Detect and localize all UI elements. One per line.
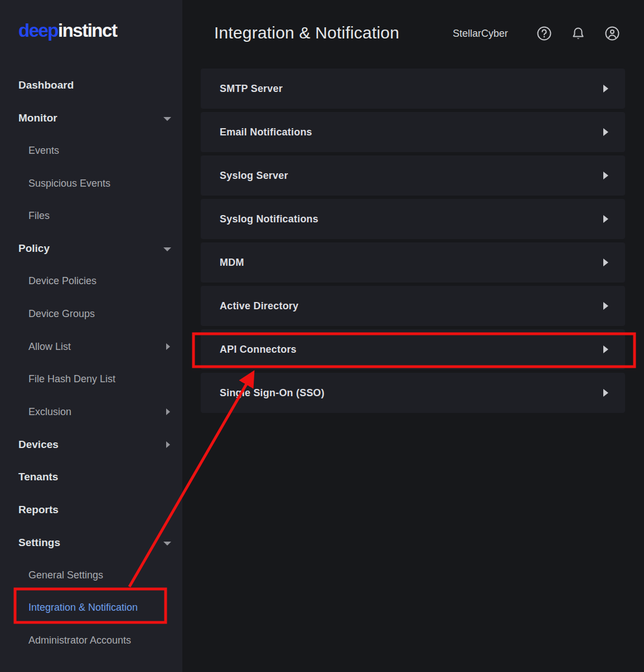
sidebar-item-devices[interactable]: Devices [0,428,182,461]
chevron-right-icon [603,172,608,179]
chevron-down-icon [163,117,171,121]
sidebar-item-label: Files [28,210,50,222]
sidebar-item-device-policies[interactable]: Device Policies [0,265,182,298]
integration-row-label: Active Directory [220,300,298,312]
page-header: Integration & Notification StellarCyber [182,0,644,67]
integration-row-email-notifications[interactable]: Email Notifications [201,112,625,152]
tenant-name[interactable]: StellarCyber [453,28,508,40]
integration-row-active-directory[interactable]: Active Directory [201,286,625,326]
logo-text-blue: deep [18,20,58,41]
sidebar-item-label: Policy [18,242,50,255]
sidebar-item-files[interactable]: Files [0,199,182,232]
sidebar-item-label: Suspicious Events [28,178,110,189]
integration-row-mdm[interactable]: MDM [201,242,625,283]
integration-row-label: SMTP Server [220,83,283,95]
integration-row-label: Single Sign-On (SSO) [220,387,325,399]
sidebar-item-administrator-accounts[interactable]: Administrator Accounts [0,624,182,657]
chevron-right-icon [603,302,608,310]
chevron-right-icon [603,128,608,136]
sidebar-item-label: Settings [18,537,60,549]
chevron-down-icon [163,542,171,546]
sidebar-item-integration-notification[interactable]: Integration & Notification [0,592,182,625]
integration-row-api-connectors[interactable]: API Connectors [201,329,625,369]
chevron-right-icon [603,345,608,353]
sidebar-nav: Dashboard Monitor Events Suspicious Even… [0,69,182,657]
sidebar-item-label: Integration & Notification [28,602,138,613]
chevron-right-icon [166,343,170,350]
sidebar-item-exclusion[interactable]: Exclusion [0,396,182,428]
sidebar-item-monitor[interactable]: Monitor [0,102,182,135]
chevron-right-icon [603,389,608,397]
sidebar: deepinstinct Dashboard Monitor Events Su… [0,0,182,672]
sidebar-item-label: Tenants [18,471,58,483]
integration-row-syslog-notifications[interactable]: Syslog Notifications [201,199,625,239]
sidebar-item-label: Allow List [28,341,71,353]
sidebar-item-label: File Hash Deny List [28,373,115,385]
integration-row-syslog-server[interactable]: Syslog Server [201,155,625,196]
chevron-right-icon [166,408,170,415]
integration-row-label: Syslog Server [220,170,288,182]
sidebar-item-label: Device Policies [28,275,96,287]
sidebar-item-allow-list[interactable]: Allow List [0,330,182,363]
sidebar-item-label: Reports [18,504,59,516]
sidebar-item-policy[interactable]: Policy [0,232,182,265]
chevron-right-icon [603,85,608,92]
integration-row-label: Syslog Notifications [220,213,318,225]
sidebar-item-label: Monitor [18,112,57,124]
sidebar-item-dashboard[interactable]: Dashboard [0,69,182,102]
sidebar-item-label: Exclusion [28,406,71,418]
integration-row-label: Email Notifications [220,126,312,138]
logo-text-white: instinct [58,20,117,41]
sidebar-item-events[interactable]: Events [0,134,182,167]
sidebar-item-label: Events [28,145,59,157]
chevron-down-icon [163,247,171,251]
integration-row-label: MDM [220,257,244,269]
integration-row-label: API Connectors [220,344,297,356]
sidebar-item-general-settings[interactable]: General Settings [0,559,182,592]
integration-panel-list: SMTP Server Email Notifications Syslog S… [201,69,625,416]
integration-row-single-sign-on-sso[interactable]: Single Sign-On (SSO) [201,373,625,413]
sidebar-item-label: Dashboard [18,79,74,91]
sidebar-item-device-groups[interactable]: Device Groups [0,298,182,330]
sidebar-item-file-hash-deny-list[interactable]: File Hash Deny List [0,363,182,396]
help-icon[interactable] [536,26,552,41]
deep-instinct-logo[interactable]: deepinstinct [18,20,117,41]
account-icon[interactable] [604,26,620,41]
notifications-icon[interactable] [570,26,586,41]
chevron-right-icon [603,259,608,266]
sidebar-item-label: Devices [18,439,59,451]
page-title: Integration & Notification [214,23,399,42]
sidebar-item-tenants[interactable]: Tenants [0,461,182,494]
chevron-right-icon [603,215,608,223]
sidebar-item-label: General Settings [28,569,103,581]
sidebar-item-label: Device Groups [28,308,95,320]
chevron-right-icon [166,441,170,448]
sidebar-item-suspicious-events[interactable]: Suspicious Events [0,167,182,200]
sidebar-item-label: Administrator Accounts [28,635,131,646]
integration-row-smtp-server[interactable]: SMTP Server [201,69,625,109]
sidebar-item-settings[interactable]: Settings [0,526,182,559]
sidebar-item-reports[interactable]: Reports [0,494,182,527]
